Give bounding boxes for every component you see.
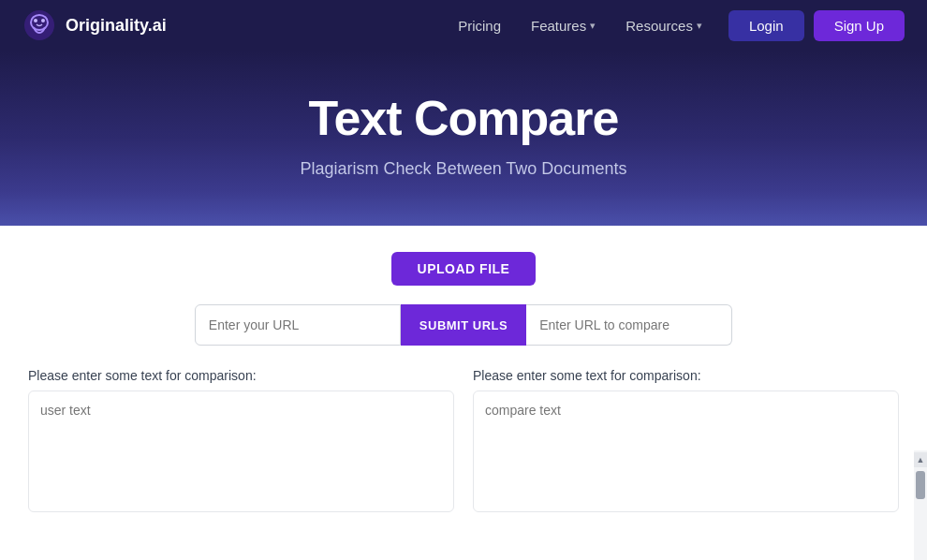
nav-resources-label: Resources	[625, 18, 693, 34]
text-areas-row: Please enter some text for comparison: P…	[28, 368, 899, 516]
svg-point-2	[34, 19, 37, 22]
page-subtitle: Plagiarism Check Between Two Documents	[19, 159, 908, 179]
brand-logo-icon	[22, 8, 56, 42]
url-input-2[interactable]	[526, 304, 732, 346]
submit-urls-button[interactable]: SUBMIT URLS	[401, 304, 526, 346]
signup-button[interactable]: Sign Up	[814, 10, 905, 41]
navbar: Originality.ai Pricing Features ▾ Resour…	[0, 0, 927, 51]
url-row: SUBMIT URLS	[28, 304, 899, 346]
upload-row: UPLOAD FILE	[28, 252, 899, 286]
compare-text-input[interactable]	[473, 391, 899, 512]
features-chevron-icon: ▾	[590, 20, 596, 32]
nav-item-resources[interactable]: Resources ▾	[614, 12, 714, 39]
svg-point-3	[41, 19, 45, 22]
nav-pricing-label: Pricing	[458, 18, 501, 34]
url-input-1[interactable]	[195, 304, 401, 346]
nav-links: Pricing Features ▾ Resources ▾	[447, 12, 714, 39]
nav-features-label: Features	[531, 18, 586, 34]
scrollbar-up-arrow[interactable]: ▲	[914, 452, 927, 467]
text-area-col-1: Please enter some text for comparison:	[28, 368, 454, 516]
login-button[interactable]: Login	[728, 10, 804, 41]
scrollbar-track: ▲ ▼	[914, 450, 927, 560]
resources-chevron-icon: ▾	[697, 20, 702, 32]
text-label-1: Please enter some text for comparison:	[28, 368, 454, 383]
text-area-col-2: Please enter some text for comparison:	[473, 368, 899, 516]
scrollbar-thumb[interactable]	[916, 471, 925, 499]
text-label-2: Please enter some text for comparison:	[473, 368, 899, 383]
page-title: Text Compare	[19, 90, 908, 146]
hero-section: Text Compare Plagiarism Check Between Tw…	[0, 51, 927, 226]
nav-buttons: Login Sign Up	[728, 10, 905, 41]
user-text-input[interactable]	[28, 391, 454, 512]
nav-item-features[interactable]: Features ▾	[520, 12, 607, 39]
logo-area: Originality.ai	[22, 8, 447, 42]
brand-name: Originality.ai	[66, 16, 167, 36]
main-content: UPLOAD FILE SUBMIT URLS Please enter som…	[0, 226, 927, 553]
upload-file-button[interactable]: UPLOAD FILE	[391, 252, 537, 286]
nav-item-pricing[interactable]: Pricing	[447, 12, 512, 39]
